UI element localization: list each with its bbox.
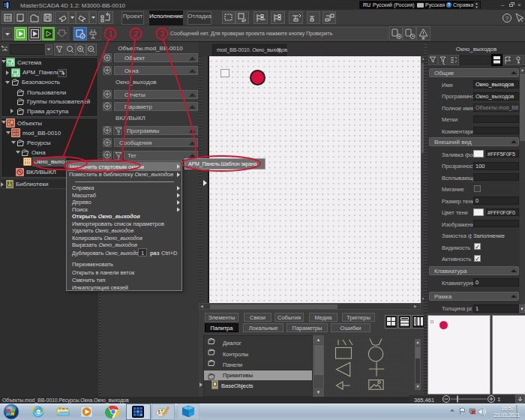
svg-text:?: ?	[506, 15, 509, 22]
svg-text:1: 1	[497, 396, 501, 403]
